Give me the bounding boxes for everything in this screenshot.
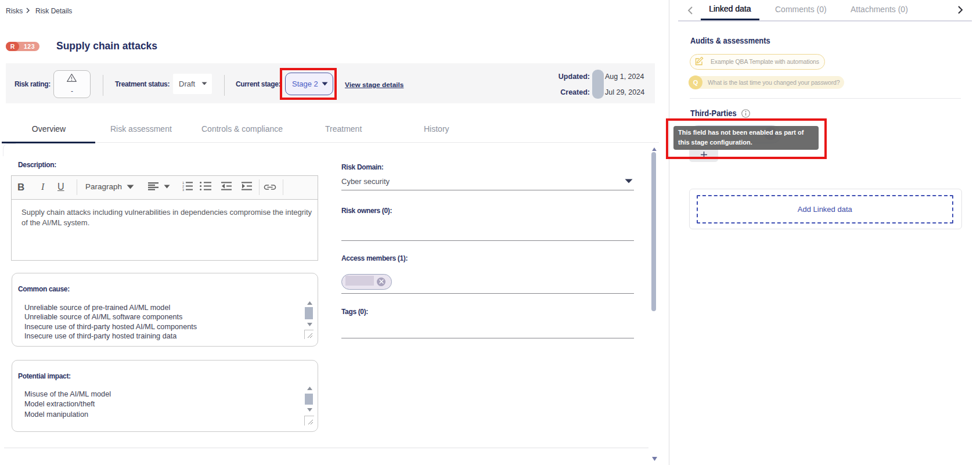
svg-text:3: 3 xyxy=(182,188,184,191)
svg-text:2: 2 xyxy=(182,185,184,188)
